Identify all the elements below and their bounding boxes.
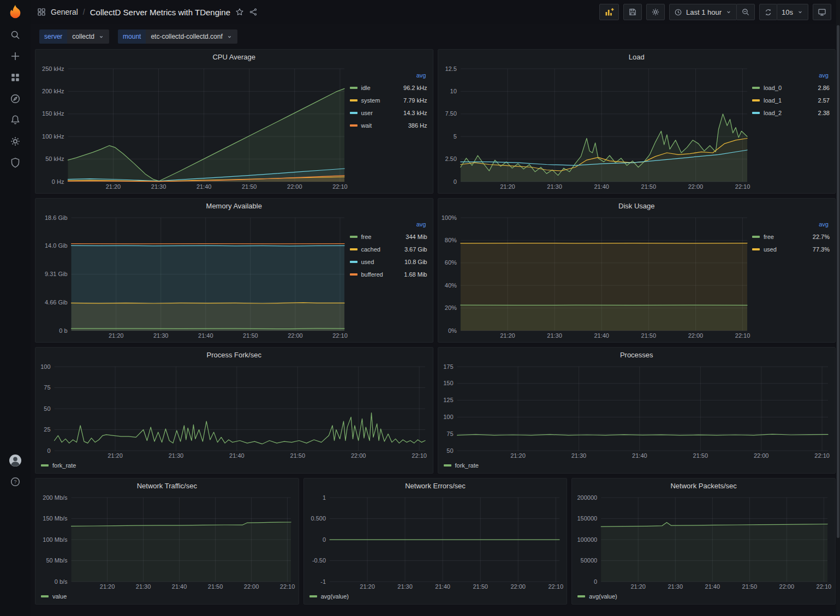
variable-mount-value-dropdown[interactable]: etc-collectd-collectd.conf bbox=[146, 29, 237, 44]
processes-legend: fork_rate bbox=[440, 460, 832, 471]
refresh-button[interactable] bbox=[759, 4, 777, 20]
configuration-gear-icon[interactable] bbox=[3, 130, 27, 152]
legend-series-name: load_0 bbox=[764, 85, 782, 91]
panel-title[interactable]: Memory Available bbox=[35, 199, 433, 213]
processes-chart[interactable]: 21:2021:3021:4021:5022:0022:105075100125… bbox=[440, 362, 832, 460]
network-errors-chart[interactable]: 21:2021:3021:4021:5022:0022:10-1-0.5000.… bbox=[306, 493, 564, 591]
chart-canvas[interactable]: 21:2021:3021:4021:5022:0022:100500001000… bbox=[574, 493, 832, 591]
legend-item-load_1[interactable]: load_12.57 bbox=[752, 94, 830, 106]
panel-title[interactable]: Network Traffic/sec bbox=[35, 479, 299, 493]
legend-item-free[interactable]: free344 Mib bbox=[350, 230, 427, 243]
chart-canvas[interactable]: 21:2021:3021:4021:5022:0022:100%20%40%60… bbox=[440, 213, 752, 340]
x-axis-label: 21:50 bbox=[742, 583, 758, 590]
add-panel-button[interactable] bbox=[599, 4, 619, 20]
y-axis-label: 100 Mb/s bbox=[43, 536, 68, 543]
y-axis-label: 50 bbox=[44, 405, 50, 412]
legend-item-used[interactable]: used10.8 Gib bbox=[350, 255, 427, 268]
x-axis-label: 21:40 bbox=[594, 332, 609, 339]
cpu-average-chart[interactable]: 21:2021:3021:4021:5022:0022:100 Hz50 kHz… bbox=[38, 64, 349, 191]
network-packets-chart[interactable]: 21:2021:3021:4021:5022:0022:100500001000… bbox=[574, 493, 832, 591]
chart-canvas[interactable]: 21:2021:3021:4021:5022:0022:100 Hz50 kHz… bbox=[38, 64, 349, 191]
x-axis-label: 21:40 bbox=[705, 583, 720, 590]
panel-title[interactable]: Process Fork/sec bbox=[35, 348, 433, 362]
time-range-picker[interactable]: Last 1 hour bbox=[669, 4, 737, 20]
variable-server-label: server bbox=[39, 29, 67, 44]
dashboards-icon[interactable] bbox=[3, 67, 27, 88]
legend-item-fork_rate[interactable]: fork_rate bbox=[41, 460, 76, 471]
legend-series-value: 14.3 kHz bbox=[403, 110, 427, 116]
network-traffic-chart[interactable]: 21:2021:3021:4021:5022:0022:100 b/s50 Mb… bbox=[38, 493, 295, 591]
legend-item-value[interactable]: value bbox=[41, 591, 67, 602]
panel-title[interactable]: Network Packets/sec bbox=[572, 479, 835, 493]
dashboard-settings-button[interactable] bbox=[646, 4, 665, 20]
refresh-interval-picker[interactable]: 10s bbox=[777, 4, 808, 20]
server-admin-shield-icon[interactable] bbox=[3, 152, 27, 173]
series-area-idle bbox=[68, 88, 344, 182]
disk-usage-chart[interactable]: 21:2021:3021:4021:5022:0022:100%20%40%60… bbox=[440, 213, 752, 340]
help-icon[interactable]: ? bbox=[3, 471, 27, 492]
star-icon[interactable] bbox=[235, 8, 244, 16]
zoom-out-button[interactable] bbox=[736, 4, 755, 20]
cycle-view-mode-button[interactable] bbox=[813, 4, 831, 20]
chevron-down-icon bbox=[227, 34, 233, 40]
save-dashboard-button[interactable] bbox=[623, 4, 642, 20]
panel-title[interactable]: Network Errors/sec bbox=[304, 479, 567, 493]
user-avatar[interactable] bbox=[3, 450, 27, 471]
chart-canvas[interactable]: 21:2021:3021:4021:5022:0022:100 b/s50 Mb… bbox=[38, 493, 295, 591]
panel-title-text: Load bbox=[629, 53, 645, 61]
y-axis-label: 14.0 Gib bbox=[45, 242, 68, 249]
legend-item-load_0[interactable]: load_02.86 bbox=[752, 81, 830, 94]
alerting-bell-icon[interactable] bbox=[3, 109, 27, 130]
y-axis-label: 5 bbox=[453, 133, 456, 140]
x-axis-label: 21:20 bbox=[109, 332, 124, 339]
panel-title[interactable]: Processes bbox=[438, 348, 836, 362]
panel-title[interactable]: Load bbox=[438, 50, 836, 64]
svg-text:?: ? bbox=[14, 479, 16, 485]
legend-swatch bbox=[577, 595, 585, 597]
chart-canvas[interactable]: 21:2021:3021:4021:5022:0022:105075100125… bbox=[440, 362, 832, 460]
x-axis-label: 22:00 bbox=[688, 332, 703, 339]
panel-title[interactable]: Disk Usage bbox=[438, 199, 836, 213]
search-icon[interactable] bbox=[3, 24, 27, 45]
y-axis-label: 200 kHz bbox=[42, 88, 64, 94]
share-icon[interactable] bbox=[249, 8, 258, 16]
legend-item-avg(value)[interactable]: avg(value) bbox=[309, 591, 349, 602]
legend-item-buffered[interactable]: buffered1.68 Mib bbox=[350, 268, 427, 280]
memory-available-chart[interactable]: 21:2021:3021:4021:5022:0022:100 b4.66 Gi… bbox=[38, 213, 349, 340]
explore-compass-icon[interactable] bbox=[3, 88, 27, 109]
chart-canvas[interactable]: 21:2021:3021:4021:5022:0022:100 b4.66 Gi… bbox=[38, 213, 349, 340]
legend-item-fork_rate[interactable]: fork_rate bbox=[444, 460, 479, 471]
create-plus-icon[interactable] bbox=[3, 45, 27, 67]
variable-mount: mount etc-collectd-collectd.conf bbox=[118, 29, 237, 44]
y-axis-label: 0 bbox=[323, 536, 326, 543]
variable-server-value-dropdown[interactable]: collectd bbox=[67, 29, 109, 44]
legend-item-user[interactable]: user14.3 kHz bbox=[350, 106, 427, 119]
legend-item-free[interactable]: free22.7% bbox=[752, 230, 830, 243]
grafana-logo[interactable] bbox=[3, 0, 27, 24]
panel-title[interactable]: CPU Average bbox=[35, 50, 433, 64]
chart-canvas[interactable]: 21:2021:3021:4021:5022:0022:100255075100 bbox=[38, 362, 430, 460]
legend-item-used[interactable]: used77.3% bbox=[752, 243, 830, 255]
scrollbar[interactable] bbox=[836, 0, 840, 616]
dashboard-title[interactable]: CollectD Server Metrics with TDengine bbox=[90, 8, 230, 17]
x-axis-label: 21:30 bbox=[547, 332, 562, 339]
chart-canvas[interactable]: 21:2021:3021:4021:5022:0022:10-1-0.5000.… bbox=[306, 493, 564, 591]
legend-item-avg(value)[interactable]: avg(value) bbox=[577, 591, 617, 602]
scrollbar-thumb[interactable] bbox=[837, 25, 839, 538]
x-axis-label: 21:30 bbox=[136, 583, 151, 590]
process-fork-chart[interactable]: 21:2021:3021:4021:5022:0022:100255075100 bbox=[38, 362, 430, 460]
disk-usage-legend: avgfree22.7%used77.3% bbox=[751, 213, 832, 340]
legend-series-name: avg(value) bbox=[321, 593, 349, 600]
legend-item-idle[interactable]: idle96.2 kHz bbox=[350, 81, 427, 94]
breadcrumb-folder[interactable]: General bbox=[51, 8, 78, 16]
series-area-avg(value) bbox=[601, 522, 828, 582]
chart-canvas[interactable]: 21:2021:3021:4021:5022:0022:1002.5057.50… bbox=[440, 64, 752, 191]
x-axis-label: 21:50 bbox=[290, 452, 306, 459]
legend-item-wait[interactable]: wait386 Hz bbox=[350, 119, 427, 131]
legend-item-load_2[interactable]: load_22.38 bbox=[752, 106, 830, 119]
x-axis-label: 21:50 bbox=[693, 452, 708, 459]
legend-item-system[interactable]: system7.79 kHz bbox=[350, 94, 427, 106]
load-chart[interactable]: 21:2021:3021:4021:5022:0022:1002.5057.50… bbox=[440, 64, 752, 191]
legend-swatch bbox=[752, 87, 760, 89]
legend-item-cached[interactable]: cached3.67 Gib bbox=[350, 243, 427, 255]
